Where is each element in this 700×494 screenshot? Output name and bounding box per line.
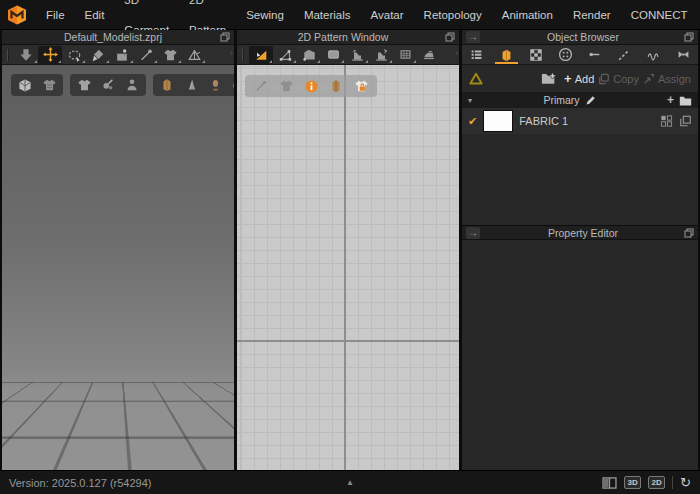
- assign-icon: [643, 73, 655, 85]
- show-fabric-icon[interactable]: [156, 76, 178, 94]
- property-editor-titlebar[interactable]: → Property Editor: [462, 225, 698, 240]
- object-browser-titlebar[interactable]: → Object Browser: [462, 30, 698, 45]
- view-3d-button[interactable]: 3D: [624, 476, 641, 489]
- fabric-name: FABRIC 1: [519, 115, 654, 127]
- show-head-icon[interactable]: [204, 76, 226, 94]
- menu-avatar[interactable]: Avatar: [361, 0, 414, 30]
- polygon-tool[interactable]: [297, 46, 321, 64]
- add-button[interactable]: + Add: [564, 71, 594, 86]
- rename-pencil-icon[interactable]: [585, 95, 596, 106]
- show-environment-icon[interactable]: [228, 76, 234, 94]
- simulate-tool[interactable]: [14, 46, 38, 64]
- plus-icon: +: [564, 71, 572, 86]
- panel-2d-title: 2D Pattern Window: [241, 31, 445, 43]
- viewport-3d-display-toolbar: [11, 74, 234, 96]
- lasso-select-tool[interactable]: [62, 46, 86, 64]
- duplicate-icon[interactable]: [679, 115, 692, 127]
- tab-fabric[interactable]: [492, 45, 522, 64]
- pin-tool[interactable]: [110, 46, 134, 64]
- menu-materials[interactable]: Materials: [294, 0, 361, 30]
- show-avatar-icon[interactable]: [121, 76, 143, 94]
- show-fabric-2d-icon[interactable]: [325, 77, 347, 95]
- tab-puckering[interactable]: [639, 45, 669, 64]
- property-editor-content[interactable]: [462, 240, 698, 470]
- toolbar-grip[interactable]: [242, 49, 244, 61]
- float-panel-icon[interactable]: [220, 32, 230, 42]
- panel-2d: 2D Pattern Window: [237, 30, 459, 470]
- select-move-tool[interactable]: [38, 46, 62, 64]
- show-garment-2d-icon[interactable]: [275, 77, 297, 95]
- toolbar-overflow-chevron[interactable]: ›: [230, 48, 233, 58]
- section-add-icon[interactable]: +: [667, 93, 674, 107]
- tab-scene-list[interactable]: [462, 45, 492, 64]
- pen-toggle-icon[interactable]: [250, 77, 272, 95]
- reset-layout-icon[interactable]: ↻: [680, 476, 691, 489]
- internal-polygon-tool[interactable]: [393, 46, 417, 64]
- dock-arrow-icon[interactable]: →: [466, 31, 480, 43]
- tab-graphic[interactable]: [521, 45, 551, 64]
- show-garment-icon[interactable]: [73, 76, 95, 94]
- rectangle-tool[interactable]: [321, 46, 345, 64]
- float-panel-icon[interactable]: [684, 32, 694, 42]
- fabric-section-header[interactable]: ▾ Primary +: [462, 92, 698, 108]
- colorway-grid-icon[interactable]: [660, 115, 673, 127]
- menu-animation[interactable]: Animation: [492, 0, 563, 30]
- pattern-info-icon[interactable]: [300, 77, 322, 95]
- version-label: Version: 2025.0.127 (r54294): [9, 477, 152, 489]
- viewport-3d[interactable]: [2, 65, 234, 470]
- panel-3d-titlebar[interactable]: Default_Modelist.zprj: [2, 30, 234, 45]
- brush-select-tool[interactable]: [86, 46, 110, 64]
- view-2d-button[interactable]: 2D: [648, 476, 665, 489]
- menubar: File Edit 3D Garment 2D Pattern Sewing M…: [0, 0, 700, 30]
- app-logo-icon[interactable]: [6, 4, 28, 26]
- assign-button[interactable]: Assign: [643, 73, 691, 85]
- show-3d-garment-icon[interactable]: [14, 76, 36, 94]
- property-editor-title: Property Editor: [482, 227, 684, 239]
- lock-pattern-icon[interactable]: [350, 77, 372, 95]
- object-browser-title: Object Browser: [482, 31, 684, 43]
- split-view-icon[interactable]: [602, 477, 617, 489]
- tab-topstitch[interactable]: [610, 45, 640, 64]
- statusbar-collapse-icon[interactable]: ▲: [346, 478, 354, 487]
- dock-arrow-icon[interactable]: →: [466, 227, 480, 239]
- tab-button[interactable]: [551, 45, 581, 64]
- float-panel-icon[interactable]: [684, 228, 694, 238]
- transform-pattern-tool[interactable]: [249, 46, 273, 64]
- tack-tool[interactable]: [134, 46, 158, 64]
- iron-tool[interactable]: [417, 46, 441, 64]
- edit-pattern-tool[interactable]: [273, 46, 297, 64]
- menu-retopology[interactable]: Retopology: [414, 0, 492, 30]
- tab-buttonhole[interactable]: [580, 45, 610, 64]
- fabric-list-item[interactable]: ✔ FABRIC 1: [462, 108, 698, 134]
- menu-file[interactable]: File: [36, 0, 75, 30]
- fabric-swatch[interactable]: [483, 110, 513, 132]
- viewport-2d[interactable]: [237, 65, 459, 470]
- statusbar-divider: [672, 476, 673, 489]
- toolbar-grip[interactable]: [7, 49, 9, 61]
- menu-connect[interactable]: CONNECT: [621, 0, 698, 30]
- menu-sewing[interactable]: Sewing: [236, 0, 294, 30]
- display-group-scene: [153, 74, 234, 96]
- toolbar-3d: ›: [2, 45, 234, 65]
- selected-check-icon[interactable]: ✔: [468, 115, 477, 128]
- segment-sewing-tool[interactable]: [345, 46, 369, 64]
- add-folder-button[interactable]: [538, 70, 560, 88]
- garment-tool[interactable]: [158, 46, 182, 64]
- display-group-garment: [11, 74, 63, 96]
- panel-2d-titlebar[interactable]: 2D Pattern Window: [237, 30, 459, 45]
- free-sewing-tool[interactable]: [369, 46, 393, 64]
- object-browser-list-area[interactable]: [462, 134, 698, 225]
- menu-edit[interactable]: Edit: [75, 0, 115, 30]
- show-pins-icon[interactable]: [97, 76, 119, 94]
- show-textured-garment-icon[interactable]: [38, 76, 60, 94]
- fold-arrangement-tool[interactable]: [182, 46, 206, 64]
- toolbar-overflow-chevron[interactable]: ›: [455, 48, 458, 58]
- copy-button[interactable]: Copy: [598, 73, 639, 85]
- tab-trim[interactable]: [669, 45, 699, 64]
- float-panel-icon[interactable]: [445, 32, 455, 42]
- panel-object-browser: → Object Browser + Add: [462, 30, 698, 470]
- section-folder-icon[interactable]: [679, 95, 692, 106]
- show-form-icon[interactable]: [180, 76, 202, 94]
- panel-3d-title: Default_Modelist.zprj: [6, 31, 220, 43]
- menu-render[interactable]: Render: [563, 0, 621, 30]
